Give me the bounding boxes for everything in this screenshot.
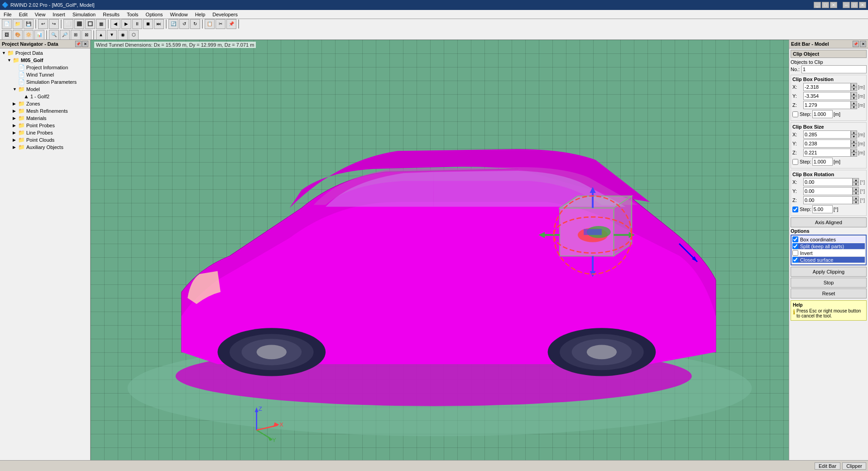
step-size-check[interactable]: [792, 159, 798, 165]
toolbar-btn-render4[interactable]: 📊: [34, 30, 44, 40]
closed-surface-check[interactable]: [792, 257, 798, 263]
rx-down[interactable]: ▼: [853, 182, 859, 186]
inner-close-btn[interactable]: ✕: [830, 2, 837, 8]
tree-item[interactable]: ▶📁Mesh Refinements: [1, 107, 89, 115]
tree-item[interactable]: 📄Project Information: [1, 64, 89, 71]
inner-max-btn[interactable]: □: [822, 2, 829, 8]
max-btn[interactable]: □: [851, 2, 858, 8]
tree-item[interactable]: 📄Wind Tunnel: [1, 71, 89, 78]
toolbar-btn-view4[interactable]: ⊠: [82, 30, 91, 40]
menu-item-window[interactable]: Window: [167, 11, 192, 18]
tree-expander[interactable]: ▶: [13, 123, 18, 128]
tree-expander[interactable]: ▶: [13, 145, 18, 149]
tree-item[interactable]: 📄Simulation Parameters: [1, 78, 89, 86]
left-panel-pin[interactable]: 📌: [75, 41, 82, 47]
split-parts-check[interactable]: [792, 243, 798, 249]
menu-item-options[interactable]: Options: [142, 11, 167, 18]
menu-item-developers[interactable]: Developers: [209, 11, 241, 18]
toolbar-btn-15[interactable]: 📌: [226, 19, 236, 29]
tree-expander[interactable]: ▼: [13, 87, 18, 91]
sy-input[interactable]: [803, 139, 851, 148]
reset-button[interactable]: Reset: [791, 288, 867, 298]
rx-input[interactable]: [803, 178, 853, 186]
x-pos-down[interactable]: ▼: [851, 87, 857, 91]
x-pos-input[interactable]: [803, 83, 851, 91]
tree-expander[interactable]: ▶: [13, 138, 18, 142]
step-rot-check[interactable]: [792, 207, 798, 212]
toolbar-btn-redo[interactable]: ↪: [49, 19, 59, 29]
tree-item[interactable]: ▲1 - Golf2: [1, 93, 89, 100]
no-input[interactable]: [801, 65, 867, 73]
menu-item-edit[interactable]: Edit: [15, 11, 31, 18]
toolbar-btn-13[interactable]: 📋: [205, 19, 215, 29]
toolbar-btn-11[interactable]: ↺: [179, 19, 189, 29]
toolbar-btn-8[interactable]: ⏹: [143, 19, 153, 29]
y-pos-down[interactable]: ▼: [851, 96, 857, 100]
apply-clipping-button[interactable]: Apply Clipping: [791, 267, 867, 277]
ry-down[interactable]: ▼: [853, 191, 859, 195]
toolbar-btn-7[interactable]: ⏸: [132, 19, 142, 29]
toolbar-btn-render3[interactable]: 🔆: [24, 30, 34, 40]
toolbar-btn-view1[interactable]: 🔍: [49, 30, 59, 40]
sx-input[interactable]: [803, 130, 851, 139]
toolbar-btn-t4[interactable]: ⬡: [129, 30, 139, 40]
inner-min-btn[interactable]: _: [814, 2, 821, 8]
toolbar-btn-t2[interactable]: ▼: [107, 30, 117, 40]
sx-up[interactable]: ▲: [851, 130, 857, 135]
sz-input[interactable]: [803, 149, 851, 157]
axis-aligned-button[interactable]: Axis Aligned: [791, 217, 867, 227]
ry-input[interactable]: [803, 187, 853, 195]
rz-input[interactable]: [803, 196, 853, 204]
stop-button[interactable]: Stop: [791, 278, 867, 288]
tree-expander[interactable]: ▶: [13, 130, 18, 135]
toolbar-btn-1[interactable]: ⬜: [63, 19, 73, 29]
menu-item-file[interactable]: File: [0, 11, 15, 18]
menu-item-insert[interactable]: Insert: [49, 11, 69, 18]
viewport[interactable]: Wind Tunnel Dimensions: Dx = 15.599 m, D…: [91, 40, 789, 460]
ry-up[interactable]: ▲: [853, 187, 859, 191]
toolbar-btn-new[interactable]: 📄: [2, 19, 12, 29]
min-btn[interactable]: ─: [843, 2, 850, 8]
toolbar-btn-12[interactable]: ↻: [190, 19, 200, 29]
sy-up[interactable]: ▲: [851, 139, 857, 144]
clipper-btn[interactable]: Clipper: [842, 462, 866, 470]
sy-down[interactable]: ▼: [851, 144, 857, 148]
rz-down[interactable]: ▼: [853, 200, 859, 204]
step-size-input[interactable]: [812, 158, 833, 166]
toolbar-btn-3[interactable]: 🔲: [85, 19, 95, 29]
y-pos-input[interactable]: [803, 92, 851, 100]
tree-expander[interactable]: ▼: [7, 58, 13, 62]
toolbar-btn-open[interactable]: 📁: [13, 19, 23, 29]
right-panel-close[interactable]: ✕: [860, 41, 866, 47]
tree-item[interactable]: ▶📁Materials: [1, 115, 89, 122]
sz-down[interactable]: ▼: [851, 153, 857, 157]
menu-item-results[interactable]: Results: [99, 11, 123, 18]
tree-expander[interactable]: ▶: [13, 116, 18, 120]
menu-item-view[interactable]: View: [31, 11, 49, 18]
menu-item-simulation[interactable]: Simulation: [69, 11, 99, 18]
step-pos-check[interactable]: [792, 111, 798, 117]
toolbar-btn-view3[interactable]: ⊞: [71, 30, 81, 40]
step-rot-input[interactable]: [812, 205, 833, 213]
tree-item[interactable]: ▼📁M05_Golf: [1, 57, 89, 64]
menu-item-tools[interactable]: Tools: [123, 11, 142, 18]
step-pos-input[interactable]: [812, 110, 833, 118]
toolbar-btn-t3[interactable]: ◉: [118, 30, 128, 40]
x-pos-up[interactable]: ▲: [851, 83, 857, 87]
tree-item[interactable]: ▼📁Model: [1, 86, 89, 93]
tree-expander[interactable]: ▶: [13, 101, 18, 106]
toolbar-btn-undo[interactable]: ↩: [38, 19, 48, 29]
toolbar-btn-view2[interactable]: 🔎: [60, 30, 70, 40]
toolbar-btn-10[interactable]: 🔄: [168, 19, 178, 29]
tree-item[interactable]: ▶📁Line Probes: [1, 129, 89, 136]
toolbar-btn-9[interactable]: ⏭: [154, 19, 164, 29]
sz-up[interactable]: ▲: [851, 149, 857, 153]
toolbar-btn-5[interactable]: ◀: [110, 19, 120, 29]
invert-check[interactable]: [792, 250, 798, 256]
rx-up[interactable]: ▲: [853, 178, 859, 182]
toolbar-btn-t1[interactable]: ▲: [96, 30, 106, 40]
toolbar-btn-render2[interactable]: 🎨: [13, 30, 23, 40]
toolbar-btn-6[interactable]: ▶: [121, 19, 131, 29]
y-pos-up[interactable]: ▲: [851, 92, 857, 96]
tree-item[interactable]: ▶📁Zones: [1, 100, 89, 107]
